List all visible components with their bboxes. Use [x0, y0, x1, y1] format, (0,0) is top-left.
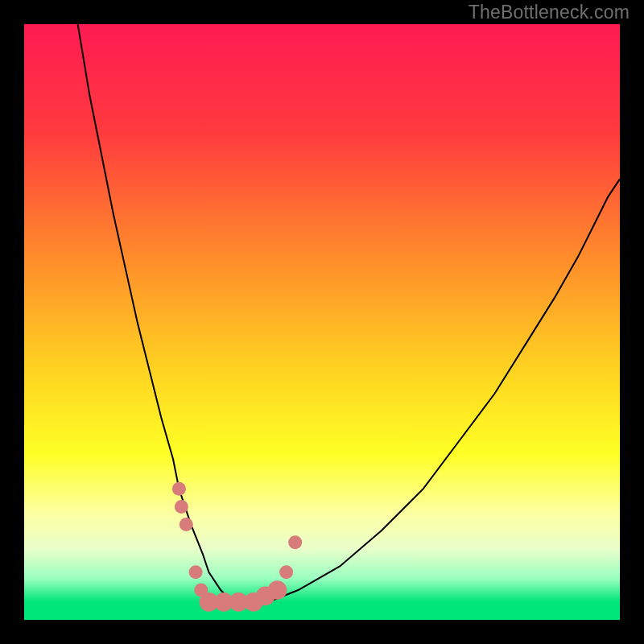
gradient-background: [24, 24, 620, 620]
data-marker: [279, 565, 293, 579]
data-marker: [268, 580, 287, 600]
data-marker: [288, 535, 302, 549]
chart-frame: TheBottleneck.com: [0, 0, 644, 644]
data-marker: [175, 500, 188, 514]
plot-area: [24, 24, 620, 620]
watermark-text: TheBottleneck.com: [469, 2, 630, 23]
data-marker: [172, 482, 186, 496]
data-marker: [180, 518, 193, 531]
data-marker: [189, 565, 203, 579]
